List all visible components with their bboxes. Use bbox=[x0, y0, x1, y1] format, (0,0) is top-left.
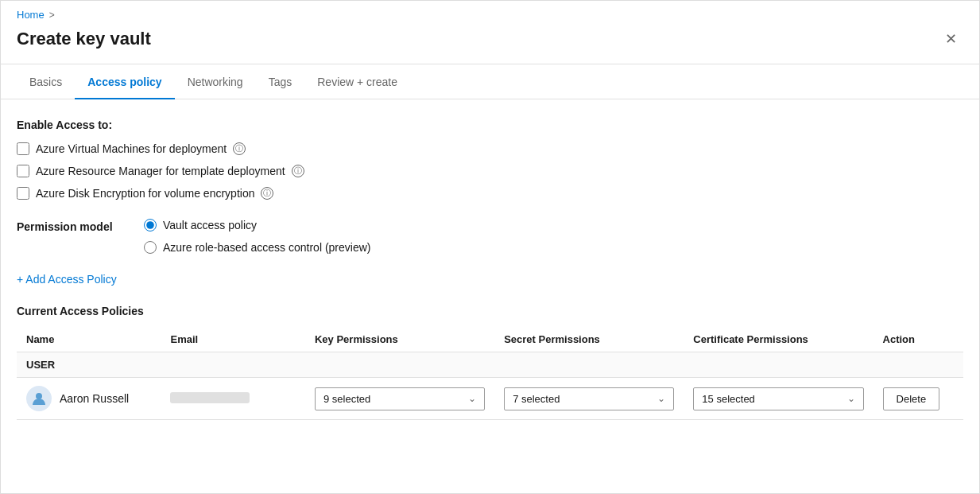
cert-permissions-cell: 15 selected ⌄ bbox=[684, 378, 873, 420]
chevron-down-icon: ⌄ bbox=[468, 393, 476, 404]
info-icon-disk[interactable]: ⓘ bbox=[261, 187, 273, 200]
cert-permissions-dropdown[interactable]: 15 selected ⌄ bbox=[693, 387, 863, 410]
breadcrumb-separator: > bbox=[49, 10, 55, 21]
checkbox-row-vm: Azure Virtual Machines for deployment ⓘ bbox=[17, 142, 963, 155]
delete-button[interactable]: Delete bbox=[883, 387, 940, 410]
secret-permissions-cell: 7 selected ⌄ bbox=[494, 378, 684, 420]
checkbox-row-arm: Azure Resource Manager for template depl… bbox=[17, 165, 963, 177]
close-button[interactable]: ✕ bbox=[939, 27, 963, 51]
checkbox-vm[interactable] bbox=[17, 142, 29, 155]
tab-networking[interactable]: Networking bbox=[175, 64, 256, 99]
page-title: Create key vault bbox=[17, 29, 151, 49]
action-cell: Delete bbox=[873, 378, 963, 420]
chevron-down-icon: ⌄ bbox=[847, 393, 855, 404]
radio-rbac[interactable] bbox=[144, 241, 157, 254]
permission-model-radios: Vault access policy Azure role-based acc… bbox=[144, 219, 370, 254]
page-title-bar: Create key vault ✕ bbox=[1, 25, 979, 64]
user-cell: Aaron Russell bbox=[26, 386, 151, 411]
content-area: Enable Access to: Azure Virtual Machines… bbox=[1, 99, 979, 439]
permission-model-section: Permission model Vault access policy Azu… bbox=[17, 219, 963, 254]
col-header-name: Name bbox=[17, 327, 161, 352]
current-policies-label: Current Access Policies bbox=[17, 305, 963, 317]
access-policies-table: Name Email Key Permissions Secret Permis… bbox=[17, 327, 963, 420]
info-icon-arm[interactable]: ⓘ bbox=[292, 165, 304, 177]
tab-bar: Basics Access policy Networking Tags Rev… bbox=[1, 64, 979, 99]
key-permissions-cell: 9 selected ⌄ bbox=[305, 378, 494, 420]
enable-access-checkboxes: Azure Virtual Machines for deployment ⓘ … bbox=[17, 142, 963, 200]
col-header-cert: Certificate Permissions bbox=[684, 327, 873, 352]
radio-rbac-label: Azure role-based access control (preview… bbox=[163, 241, 370, 254]
checkbox-disk-label: Azure Disk Encryption for volume encrypt… bbox=[36, 187, 254, 200]
user-name: Aaron Russell bbox=[60, 392, 129, 405]
tab-access-policy[interactable]: Access policy bbox=[75, 64, 174, 99]
radio-row-vault: Vault access policy bbox=[144, 219, 370, 231]
secret-permissions-value: 7 selected bbox=[513, 393, 560, 405]
user-email-cell bbox=[161, 378, 304, 420]
enable-access-label: Enable Access to: bbox=[17, 119, 963, 131]
add-access-policy-link[interactable]: + Add Access Policy bbox=[17, 273, 117, 286]
secret-permissions-dropdown[interactable]: 7 selected ⌄ bbox=[504, 387, 674, 410]
radio-vault-access[interactable] bbox=[144, 219, 157, 231]
email-blurred bbox=[170, 392, 250, 403]
breadcrumb: Home > bbox=[1, 1, 979, 25]
tab-tags[interactable]: Tags bbox=[256, 64, 305, 99]
avatar bbox=[26, 386, 52, 411]
permission-model-label: Permission model bbox=[17, 219, 144, 233]
key-permissions-value: 9 selected bbox=[323, 393, 370, 405]
checkbox-vm-label: Azure Virtual Machines for deployment bbox=[36, 142, 227, 155]
key-permissions-dropdown[interactable]: 9 selected ⌄ bbox=[315, 387, 485, 410]
group-row-user: USER bbox=[17, 352, 963, 378]
col-header-key: Key Permissions bbox=[305, 327, 494, 352]
chevron-down-icon: ⌄ bbox=[657, 393, 665, 404]
home-link[interactable]: Home bbox=[17, 9, 45, 21]
col-header-action: Action bbox=[873, 327, 963, 352]
svg-point-0 bbox=[36, 393, 42, 399]
tab-review-create[interactable]: Review + create bbox=[304, 64, 410, 99]
col-header-secret: Secret Permissions bbox=[494, 327, 684, 352]
checkbox-arm-label: Azure Resource Manager for template depl… bbox=[36, 165, 285, 177]
radio-row-rbac: Azure role-based access control (preview… bbox=[144, 241, 370, 254]
table-row: Aaron Russell 9 selected ⌄ bbox=[17, 378, 963, 420]
group-label-user: USER bbox=[17, 352, 963, 378]
checkbox-disk[interactable] bbox=[17, 187, 29, 200]
checkbox-arm[interactable] bbox=[17, 165, 29, 177]
col-header-email: Email bbox=[161, 327, 304, 352]
tab-basics[interactable]: Basics bbox=[17, 64, 75, 99]
checkbox-row-disk: Azure Disk Encryption for volume encrypt… bbox=[17, 187, 963, 200]
user-name-cell: Aaron Russell bbox=[17, 378, 161, 420]
create-key-vault-window: Home > Create key vault ✕ Basics Access … bbox=[0, 0, 980, 494]
info-icon-vm[interactable]: ⓘ bbox=[233, 142, 246, 155]
cert-permissions-value: 15 selected bbox=[702, 393, 755, 405]
radio-vault-access-label: Vault access policy bbox=[163, 219, 257, 231]
